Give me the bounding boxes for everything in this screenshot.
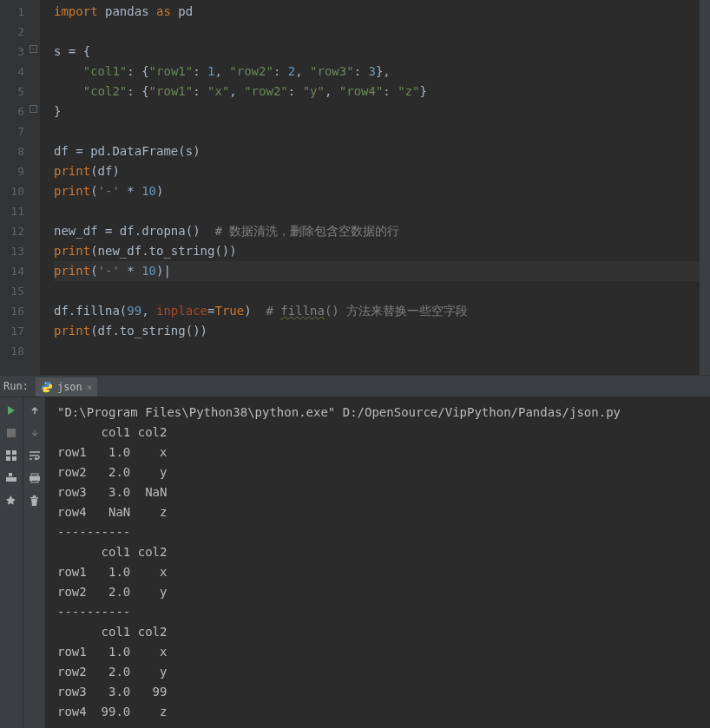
layout-icon[interactable]	[5, 449, 17, 462]
run-label: Run:	[0, 380, 36, 392]
code-line[interactable]: print(new_df.to_string())	[54, 241, 710, 261]
line-number[interactable]: 17	[0, 321, 24, 341]
svg-rect-3	[6, 450, 10, 455]
code-line[interactable]	[54, 341, 710, 361]
line-number[interactable]: 1	[0, 2, 24, 22]
close-icon[interactable]: ×	[87, 382, 93, 393]
svg-rect-2	[7, 429, 16, 437]
line-number[interactable]: 6-	[0, 102, 24, 121]
line-number[interactable]: 4	[0, 62, 24, 82]
python-icon	[41, 381, 53, 393]
editor-scrollbar[interactable]	[700, 0, 710, 375]
fold-icon[interactable]: -	[30, 105, 37, 113]
console-panel: "D:\Program Files\Python38\python.exe" D…	[0, 397, 710, 728]
fold-icon[interactable]: -	[30, 45, 37, 53]
rerun-icon[interactable]	[5, 404, 17, 416]
svg-point-0	[45, 383, 46, 384]
svg-rect-13	[33, 495, 36, 497]
svg-rect-11	[31, 480, 38, 482]
code-line[interactable]: print(df)	[54, 161, 710, 181]
code-line[interactable]: print(df.to_string())	[54, 321, 710, 341]
line-number[interactable]: 2	[0, 22, 24, 42]
console-tools-right	[23, 397, 45, 728]
run-tab-label: json	[57, 381, 82, 393]
line-number[interactable]: 8	[0, 141, 24, 161]
line-number[interactable]: 9	[0, 161, 24, 181]
editor-panel: 123-456-789101112131415161718 import pan…	[0, 0, 710, 375]
line-number[interactable]: 10	[0, 181, 24, 201]
code-line[interactable]: s = {	[54, 42, 710, 62]
svg-rect-9	[31, 474, 38, 476]
svg-point-1	[48, 390, 49, 391]
run-toolbar: Run: json ×	[0, 375, 710, 397]
line-number[interactable]: 18	[0, 341, 24, 361]
code-line[interactable]: "col1": {"row1": 1, "row2": 2, "row3": 3…	[54, 62, 710, 82]
svg-rect-6	[12, 456, 16, 461]
line-number[interactable]: 12	[0, 221, 24, 241]
code-line[interactable]: print('-' * 10)|	[54, 261, 710, 281]
code-line[interactable]	[54, 201, 710, 221]
code-line[interactable]: import pandas as pd	[54, 2, 710, 22]
line-number[interactable]: 13	[0, 241, 24, 261]
line-number[interactable]: 16	[0, 301, 24, 321]
run-tab[interactable]: json ×	[36, 377, 98, 397]
print-icon[interactable]	[29, 472, 41, 484]
line-gutter: 123-456-789101112131415161718	[0, 0, 40, 375]
code-line[interactable]: "col2": {"row1": "x", "row2": "y", "row4…	[54, 82, 710, 102]
svg-rect-4	[12, 450, 16, 455]
code-area[interactable]: import pandas as pds = { "col1": {"row1"…	[40, 0, 710, 375]
code-line[interactable]	[54, 22, 710, 42]
down-icon[interactable]	[29, 427, 41, 439]
pin-icon[interactable]	[5, 495, 17, 507]
line-number[interactable]: 5	[0, 82, 24, 102]
code-line[interactable]: print('-' * 10)	[54, 181, 710, 201]
svg-rect-8	[6, 477, 16, 482]
code-line[interactable]: df = pd.DataFrame(s)	[54, 141, 710, 161]
console-output[interactable]: "D:\Program Files\Python38\python.exe" D…	[45, 397, 710, 728]
line-number[interactable]: 7	[0, 121, 24, 141]
svg-rect-5	[6, 456, 10, 461]
code-line[interactable]: df.fillna(99, inplace=True) # fillna() 方…	[54, 301, 710, 321]
line-number[interactable]: 3-	[0, 42, 24, 62]
console-tools-left	[0, 397, 23, 728]
code-line[interactable]: }	[54, 102, 710, 121]
line-number[interactable]: 14	[0, 261, 24, 281]
line-number[interactable]: 11	[0, 201, 24, 221]
code-line[interactable]	[54, 121, 710, 141]
stop-icon[interactable]	[5, 427, 17, 439]
breakpoint-icon[interactable]	[5, 472, 17, 484]
wrap-icon[interactable]	[29, 449, 41, 462]
svg-rect-12	[30, 497, 38, 499]
line-number[interactable]: 15	[0, 281, 24, 301]
code-line[interactable]	[54, 281, 710, 301]
up-icon[interactable]	[29, 404, 41, 416]
code-line[interactable]: new_df = df.dropna() # 数据清洗，删除包含空数据的行	[54, 221, 710, 241]
delete-icon[interactable]	[29, 495, 41, 507]
svg-rect-7	[9, 473, 12, 476]
